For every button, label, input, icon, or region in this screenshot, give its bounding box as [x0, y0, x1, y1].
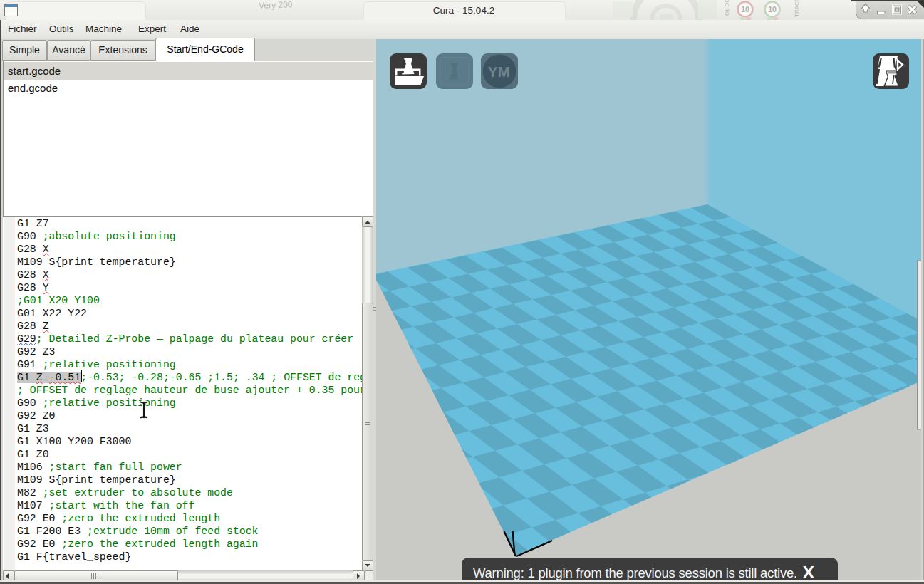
svg-text:YM: YM — [487, 63, 510, 80]
svg-text:TRACT: TRACT — [794, 0, 800, 17]
svg-text:OL DO: OL DO — [724, 0, 730, 16]
svg-text:10: 10 — [768, 5, 777, 14]
svg-text:10: 10 — [741, 5, 749, 14]
